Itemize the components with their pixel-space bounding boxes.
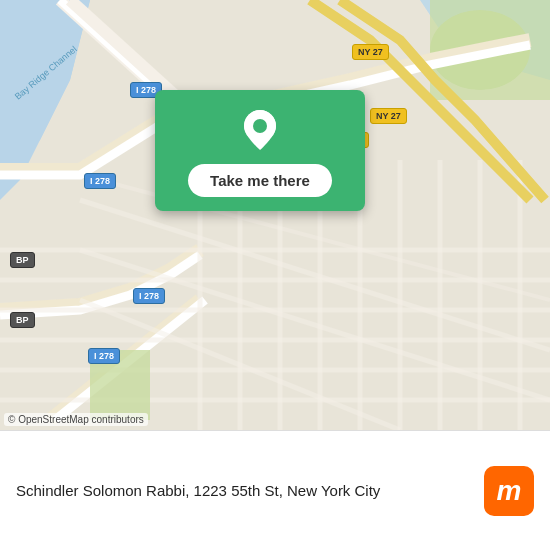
highway-badge-ny27-2: NY 27 bbox=[370, 108, 407, 124]
map-svg: Bay Ridge Channel bbox=[0, 0, 550, 430]
highway-badge-bp-2: BP bbox=[10, 312, 35, 328]
moovit-logo: m bbox=[484, 466, 534, 516]
moovit-m-letter: m bbox=[497, 477, 522, 505]
highway-badge-i278-4: I 278 bbox=[88, 348, 120, 364]
location-address: Schindler Solomon Rabbi, 1223 55th St, N… bbox=[16, 480, 472, 501]
take-me-there-button[interactable]: Take me there bbox=[188, 164, 332, 197]
highway-badge-ny27-1: NY 27 bbox=[352, 44, 389, 60]
moovit-badge: m bbox=[484, 466, 534, 516]
map-area: Bay Ridge Channel I 278 I 278 I 278 I 27… bbox=[0, 0, 550, 430]
app-container: Bay Ridge Channel I 278 I 278 I 278 I 27… bbox=[0, 0, 550, 550]
pin-icon bbox=[238, 108, 282, 152]
info-bar: Schindler Solomon Rabbi, 1223 55th St, N… bbox=[0, 430, 550, 550]
location-card: Take me there bbox=[155, 90, 365, 211]
highway-badge-bp-1: BP bbox=[10, 252, 35, 268]
highway-badge-i278-2: I 278 bbox=[84, 173, 116, 189]
highway-badge-i278-3: I 278 bbox=[133, 288, 165, 304]
svg-point-31 bbox=[253, 119, 267, 133]
osm-attribution: © OpenStreetMap contributors bbox=[4, 413, 148, 426]
